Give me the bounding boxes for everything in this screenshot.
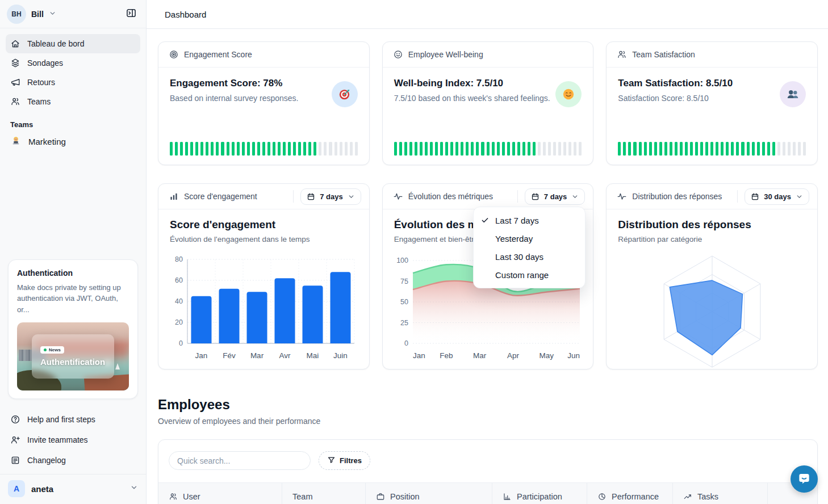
- calendar-icon: [751, 192, 759, 201]
- activity-icon: [393, 191, 403, 201]
- filters-button[interactable]: Filtres: [319, 451, 370, 470]
- sidebar-item-sondages[interactable]: Sondages: [6, 53, 140, 73]
- menu-item-last-30-days[interactable]: Last 30 days: [474, 247, 585, 266]
- svg-text:Juin: Juin: [333, 351, 348, 360]
- svg-text:Avr: Avr: [279, 351, 291, 360]
- chat-widget-button[interactable]: [791, 465, 818, 493]
- responses-radar-chart: [645, 247, 779, 369]
- promo-image: News Authentification: [17, 322, 129, 390]
- divider: [293, 190, 294, 203]
- metric-subtitle: Based on internal survey responses.: [170, 94, 298, 103]
- svg-text:100: 100: [396, 257, 408, 264]
- range-label: 7 days: [544, 192, 567, 201]
- users-icon: [169, 492, 178, 501]
- card-distribution-reponses: Distribution des réponses 30 days: [606, 183, 818, 369]
- chart-subtitle: Évolution de l'engagement dans le temps: [170, 235, 358, 243]
- sidebar-item-tableau-de-bord[interactable]: Tableau de bord: [6, 34, 140, 53]
- activity-icon: [617, 191, 627, 201]
- sidebar-footer: Help and first steps Invite teammates Ch…: [0, 407, 146, 471]
- range-selector-button[interactable]: 7 days: [300, 188, 361, 205]
- chevron-down-icon: [348, 193, 355, 200]
- menu-item-yesterday[interactable]: Yesterday: [474, 229, 585, 247]
- workspace-name: aneta: [31, 484, 53, 494]
- search-input[interactable]: [169, 451, 311, 470]
- sidebar-user-name: Bill: [31, 10, 44, 19]
- collapse-sidebar-button[interactable]: [123, 5, 139, 23]
- divider: [737, 190, 738, 203]
- sidebar-item-marketing[interactable]: Marketing: [0, 131, 146, 152]
- menu-item-last-7-days[interactable]: Last 7 days: [474, 211, 585, 229]
- sidebar-item-retours[interactable]: Retours: [6, 73, 140, 92]
- chart-title: Distribution des réponses: [618, 219, 806, 231]
- svg-text:Feb: Feb: [440, 351, 453, 360]
- home-icon: [10, 39, 20, 49]
- svg-text:Jan: Jan: [195, 351, 208, 360]
- sidebar-item-label: Invite teammates: [27, 435, 88, 444]
- card-employee-wellbeing: Employee Well-being Well-being Index: 7.…: [382, 41, 594, 165]
- promo-overlay-card: News Authentification: [32, 334, 114, 379]
- sidebar-item-label: Retours: [27, 78, 55, 87]
- user-plus-icon: [10, 435, 20, 445]
- svg-text:80: 80: [175, 255, 183, 263]
- range-selector-button[interactable]: 30 days: [745, 188, 809, 205]
- table-toolbar: Filtres: [158, 440, 817, 470]
- briefcase-icon: [376, 492, 385, 501]
- promo-body: Make docs private by setting up authenti…: [17, 282, 129, 316]
- help-circle-icon: [10, 414, 20, 425]
- smiley-icon: [393, 49, 403, 60]
- metric-title: Engagement Score: 78%: [170, 78, 298, 89]
- chevron-down-icon: [49, 9, 56, 19]
- smiling-face-emoji-icon: [555, 81, 582, 107]
- sidebar-item-invite[interactable]: Invite teammates: [6, 430, 140, 450]
- metric-subtitle: 7.5/10 based on this week's shared feeli…: [394, 94, 550, 103]
- metric-subtitle: Satisfaction Score: 8.5/10: [618, 94, 733, 103]
- promo-overlay-title: Authentification: [40, 357, 114, 367]
- check-icon: [481, 216, 489, 224]
- chart-title: Score d'engagement: [170, 219, 358, 231]
- svg-text:Jun: Jun: [567, 351, 580, 360]
- card-header-label: Employee Well-being: [408, 50, 483, 59]
- svg-text:Mar: Mar: [250, 351, 264, 360]
- column-header-tasks: Tasks: [673, 483, 768, 504]
- sidebar-item-help[interactable]: Help and first steps: [6, 409, 140, 430]
- sidebar-user-menu[interactable]: BH Bill: [0, 0, 146, 28]
- employees-section: Employees Overview of employees and thei…: [158, 397, 818, 426]
- avatar: BH: [7, 5, 26, 24]
- chevron-down-icon: [571, 193, 579, 200]
- workspace-avatar: A: [8, 480, 25, 497]
- svg-text:May: May: [539, 351, 554, 360]
- svg-text:0: 0: [404, 339, 408, 347]
- chart-subtitle: Répartition par catégorie: [618, 235, 806, 243]
- column-header-user: User: [158, 483, 282, 504]
- topbar: Dashboard: [147, 0, 828, 29]
- range-label: 30 days: [764, 192, 791, 201]
- menu-item-custom-range[interactable]: Custom range: [474, 266, 585, 284]
- busts-emoji-icon: [780, 81, 806, 107]
- progress-bar: [394, 142, 582, 156]
- workspace-switcher[interactable]: A aneta: [0, 474, 146, 504]
- divider: [517, 190, 518, 203]
- svg-text:40: 40: [175, 297, 183, 305]
- sidebar-item-label: Help and first steps: [27, 415, 95, 424]
- sidebar-item-changelog[interactable]: Changelog: [6, 450, 140, 471]
- svg-text:50: 50: [400, 298, 408, 306]
- sidebar-item-label: Teams: [27, 97, 51, 106]
- chevron-down-icon: [130, 484, 138, 494]
- users-icon: [10, 96, 20, 107]
- card-engagement-score: Engagement Score Engagement Score: 78% B…: [158, 41, 370, 165]
- sidebar-item-teams[interactable]: Teams: [6, 92, 140, 111]
- promo-card-authentication[interactable]: Authentication Make docs private by sett…: [8, 259, 138, 400]
- column-header-team: Team: [282, 483, 366, 504]
- card-score-engagement: Score d'engagement 7 days: [158, 183, 370, 369]
- range-dropdown-menu: Last 7 days Yesterday Last 30 days Custo…: [473, 207, 586, 288]
- column-header-position: Position: [366, 483, 492, 504]
- svg-text:60: 60: [175, 276, 183, 284]
- calendar-icon: [531, 192, 540, 201]
- technologist-emoji-icon: [10, 135, 22, 148]
- news-badge: News: [40, 346, 64, 354]
- range-selector-button[interactable]: 7 days: [525, 188, 585, 205]
- card-header-label: Distribution des réponses: [632, 192, 722, 201]
- trend-up-icon: [683, 492, 692, 501]
- page-title: Dashboard: [165, 10, 206, 19]
- progress-bar: [170, 142, 358, 156]
